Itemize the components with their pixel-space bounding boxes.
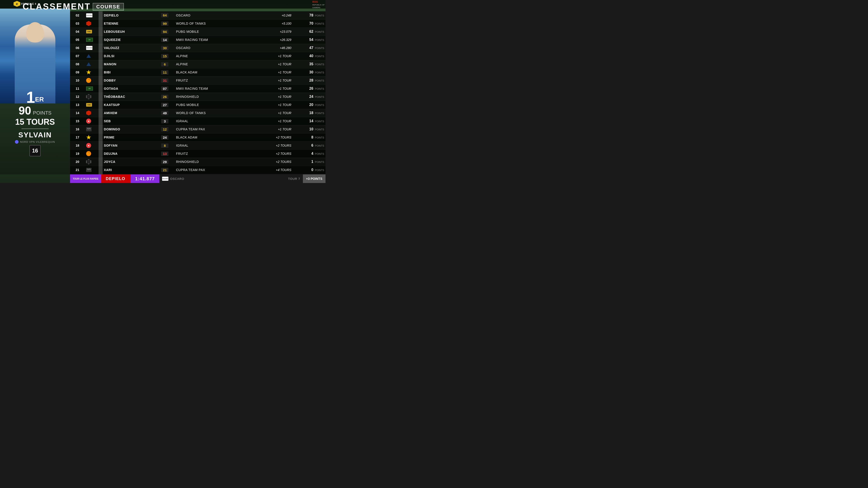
driver-team-name: NORD VPN VILEBREQUIN [20,140,55,143]
result-points: 20 POINTS [293,101,326,109]
col-divider [98,85,102,93]
result-pos: 13 [70,101,85,109]
result-number: 99 [155,20,175,28]
result-logo: MW [85,36,98,44]
result-points: 30 POINTS [293,68,326,76]
result-points: 26 POINTS [293,85,326,93]
team-logo-oscaro: OSCARO [86,13,92,18]
result-pos: 08 [70,60,85,68]
result-team: CUPRA TEAM PAX [175,125,250,133]
result-number: 6 [155,60,175,68]
col-divider [98,133,102,141]
team-logo-pubg: PUBG [86,30,92,33]
col-divider [98,11,102,20]
col-divider [98,158,102,166]
result-gap: +26.329 [250,36,293,44]
result-logo: OSCARO [85,44,98,52]
result-number-badge: 11 [161,70,168,74]
result-gap: +1 TOUR [250,68,293,76]
table-row: 18 ◆ SOFYAN 8 IGRAAL +2 TOURS 6 POINTS [70,141,326,150]
result-logo: MW [85,85,98,93]
result-pos: 04 [70,28,85,36]
result-name: DOMINGO [103,125,155,133]
driver-name: SYLVAIN [0,131,70,139]
result-pos: 09 [70,68,85,76]
team-logo-wot [86,110,91,116]
result-number-badge: 27 [161,103,168,107]
result-points: 35 POINTS [293,60,326,68]
result-logo [85,133,98,141]
result-logo: ◆ [85,117,98,125]
result-points: 6 POINTS [293,141,326,150]
driver-separator [22,129,49,129]
table-row: 16 DOMINGO 12 CUPRA TEAM PAX +1 TOUR 10 … [70,125,326,133]
result-logo [85,60,98,68]
result-logo [85,20,98,28]
result-name: SQUEEZIE [103,36,155,44]
results-table: 02 OSCARO DEPIELO 64 OSCARO +0.248 78 PO… [70,11,326,174]
bottom-tour-number: TOUR 7 [288,177,300,181]
bottom-team-section: OSCARO OSCARO TOUR 7 [159,174,303,183]
result-points: 24 POINTS [293,93,326,101]
result-gap: +1 TOUR [250,109,293,117]
col-divider [98,76,102,85]
result-gap: +1 TOUR [250,117,293,125]
team-logo-alpine [86,62,91,66]
result-pos: 17 [70,133,85,141]
result-logo: 🍊 [85,76,98,85]
team-logo-mwii: MW [86,87,93,91]
result-points: 18 POINTS [293,109,326,117]
driver-number-badge: 16 [29,145,41,156]
table-row: 09 BIBI 11 BLACK ADAM +1 TOUR 30 POINTS [70,68,326,76]
result-team: IGRAAL [175,141,250,150]
result-pos: 06 [70,44,85,52]
result-number: 21 [155,166,175,174]
result-gap: +46.280 [250,44,293,52]
result-name: MANON [103,60,155,68]
result-team: MWII RACING TEAM [175,36,250,44]
result-number: 8 [155,141,175,150]
table-row: 06 OSCARO VALOUZZ 30 OSCARO +46.280 47 P… [70,44,326,52]
table-row: 03 ETIENNE 99 WORLD OF TANKS +5.100 70 P… [70,20,326,28]
result-team: BLACK ADAM [175,133,250,141]
driver-tours: 15 TOURS [0,117,70,127]
team-logo-cupra [86,127,92,131]
team-logo-blackadam [86,135,91,140]
result-number-badge: 49 [161,111,168,115]
result-team: ALPINE [175,60,250,68]
result-number: 07 [155,85,175,93]
team-logo-rhinoshield [86,94,91,99]
result-gap: +2 TOURS [250,141,293,150]
result-pos: 18 [70,141,85,150]
result-number: 30 [155,44,175,52]
result-number-badge: 07 [161,87,168,91]
bottom-team-logo: OSCARO [162,177,168,181]
result-team: RHINOSHIELD [175,158,250,166]
result-gap: +23.079 [250,28,293,36]
table-row: 20 JOYCA 29 RHINOSHIELD +2 TOURS 1 POINT… [70,158,326,166]
result-logo [85,166,98,174]
result-gap: +2 TOURS [250,150,293,158]
table-row: 13 PUBG KAATSUP 27 PUBG MOBILE +1 TOUR 2… [70,101,326,109]
classement-header: CLASSEMENT COURSE [23,2,280,11]
table-row: 05 MW SQUEEZIE 14 MWII RACING TEAM +26.3… [70,36,326,44]
result-name: KAATSUP [103,101,155,109]
result-pos: 16 [70,125,85,133]
result-number-badge: 24 [161,135,168,140]
result-points: 54 POINTS [293,36,326,44]
table-row: 08 MANON 6 ALPINE +1 TOUR 35 POINTS [70,60,326,68]
result-gap: +0.248 [250,11,293,20]
result-logo [85,93,98,101]
table-row: 11 MW GOTAGA 07 MWII RACING TEAM +1 TOUR… [70,85,326,93]
result-name: DEUJNA [103,150,155,158]
result-name: DOBBY [103,76,155,85]
result-team: OSCARO [175,44,250,52]
result-number: 26 [155,93,175,101]
result-number: 64 [155,11,175,20]
team-logo-wot [86,21,91,26]
result-points: 0 POINTS [293,166,326,174]
result-number: 94 [155,28,175,36]
result-pos: 19 [70,150,85,158]
course-badge: COURSE [93,3,124,11]
result-name: LEBOUSEUH [103,28,155,36]
